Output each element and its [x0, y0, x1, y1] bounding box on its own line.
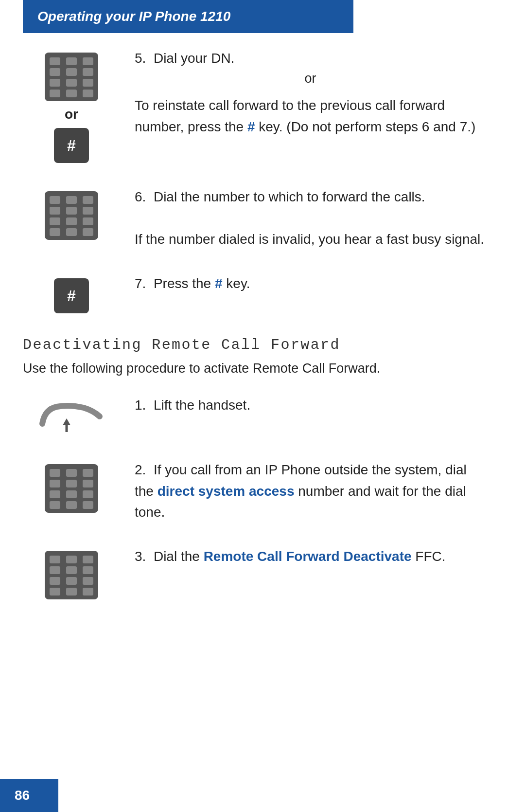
step-b3-text: 3. Dial the Remote Call Forward Deactiva…: [120, 546, 486, 567]
header-title: Operating your IP Phone 1210: [37, 9, 230, 24]
step-7-row: # 7. Press the # key.: [23, 273, 486, 313]
handset-icon: [37, 397, 105, 436]
or-label: or: [65, 107, 78, 122]
direct-system-access-link: direct system access: [158, 484, 295, 499]
step-6-number: 6.: [135, 189, 146, 204]
svg-rect-39: [66, 501, 77, 509]
svg-rect-25: [83, 228, 93, 236]
svg-rect-2: [66, 57, 77, 65]
step-b1-text: 1. Lift the handset.: [120, 395, 486, 415]
svg-rect-31: [83, 469, 93, 477]
step-6-text: 6. Dial the number to which to forward t…: [120, 186, 486, 250]
section-description: Use the following procedure to activate …: [23, 361, 486, 376]
step-b2-text: 2. If you call from an IP Phone outside …: [120, 459, 486, 523]
svg-rect-17: [50, 207, 60, 215]
svg-marker-27: [63, 418, 70, 425]
step-5-text: 5. Dial your DN. or To reinstate call fo…: [120, 48, 486, 137]
svg-rect-6: [83, 68, 93, 76]
svg-rect-51: [50, 588, 60, 595]
step-6-row: 6. Dial the number to which to forward t…: [23, 186, 486, 250]
keypad-icon-4: [42, 548, 101, 602]
step-b1-row: 1. Lift the handset.: [23, 395, 486, 436]
svg-rect-5: [66, 68, 77, 76]
svg-rect-43: [66, 556, 77, 563]
svg-rect-42: [50, 556, 60, 563]
step-7-number: 7.: [135, 276, 146, 291]
step-b3-icon-col: [23, 546, 120, 602]
step-b2-icon-col: [23, 459, 120, 515]
svg-rect-15: [66, 196, 77, 204]
page-number: 86: [15, 788, 30, 803]
step-b2-number: 2.: [135, 462, 146, 477]
svg-rect-23: [50, 228, 60, 236]
svg-rect-52: [66, 588, 77, 595]
svg-rect-44: [83, 556, 93, 563]
svg-rect-38: [50, 501, 60, 509]
main-content: or # 5. Dial your DN. or To reinstate ca…: [0, 33, 525, 664]
svg-rect-53: [83, 588, 93, 595]
step-b1-icon-col: [23, 395, 120, 436]
step-6-sub: If the number dialed is invalid, you hea…: [135, 229, 486, 250]
header-bar: Operating your IP Phone 1210: [23, 0, 353, 33]
svg-rect-46: [66, 566, 77, 574]
step-b3-number: 3.: [135, 549, 146, 564]
keypad-icon-3: [42, 462, 101, 515]
step-5-alt: To reinstate call forward to the previou…: [135, 95, 486, 137]
svg-rect-12: [83, 90, 93, 97]
svg-rect-1: [50, 57, 60, 65]
step-5-number: 5.: [135, 51, 146, 66]
step-5-or: or: [135, 69, 486, 89]
svg-rect-11: [66, 90, 77, 97]
svg-rect-37: [83, 490, 93, 498]
svg-rect-9: [83, 79, 93, 87]
page-footer: 86: [0, 779, 58, 812]
svg-rect-21: [66, 217, 77, 225]
svg-rect-24: [66, 228, 77, 236]
step-7-text: 7. Press the # key.: [120, 273, 486, 294]
svg-rect-14: [50, 196, 60, 204]
svg-rect-16: [83, 196, 93, 204]
hash-key-icon-2: #: [54, 278, 89, 313]
svg-rect-10: [50, 90, 60, 97]
svg-rect-8: [66, 79, 77, 87]
step-7-icon-col: #: [23, 273, 120, 313]
svg-rect-36: [66, 490, 77, 498]
step-b1-number: 1.: [135, 397, 146, 413]
hash-ref-1: #: [247, 119, 255, 134]
svg-rect-50: [83, 577, 93, 585]
svg-rect-35: [50, 490, 60, 498]
svg-rect-19: [83, 207, 93, 215]
svg-rect-18: [66, 207, 77, 215]
hash-key-icon: #: [54, 128, 89, 163]
step-5-row: or # 5. Dial your DN. or To reinstate ca…: [23, 48, 486, 163]
svg-rect-49: [66, 577, 77, 585]
section-heading: Deactivating Remote Call Forward: [23, 337, 486, 353]
step-b2-row: 2. If you call from an IP Phone outside …: [23, 459, 486, 523]
keypad-icon-2: [42, 189, 101, 242]
svg-rect-40: [83, 501, 93, 509]
keypad-icon: [42, 50, 101, 104]
svg-rect-20: [50, 217, 60, 225]
step-5-icon-col: or #: [23, 48, 120, 163]
svg-rect-3: [83, 57, 93, 65]
svg-rect-4: [50, 68, 60, 76]
svg-rect-33: [66, 480, 77, 487]
svg-rect-22: [83, 217, 93, 225]
svg-rect-48: [50, 577, 60, 585]
svg-rect-32: [50, 480, 60, 487]
rcf-deactivate-link: Remote Call Forward Deactivate: [204, 549, 412, 564]
svg-rect-29: [50, 469, 60, 477]
step-b3-row: 3. Dial the Remote Call Forward Deactiva…: [23, 546, 486, 602]
svg-rect-30: [66, 469, 77, 477]
svg-rect-47: [83, 566, 93, 574]
hash-ref-2: #: [215, 276, 223, 291]
step-6-icon-col: [23, 186, 120, 242]
svg-rect-45: [50, 566, 60, 574]
svg-rect-7: [50, 79, 60, 87]
svg-rect-34: [83, 480, 93, 487]
